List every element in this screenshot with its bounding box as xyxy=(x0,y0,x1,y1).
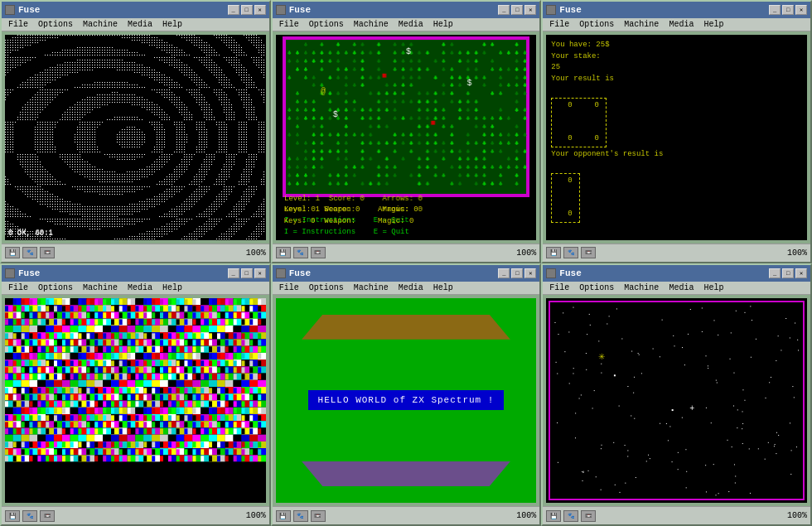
result-spacer-1 xyxy=(558,111,599,123)
close-btn-4[interactable]: ✕ xyxy=(254,268,266,278)
close-btn-1[interactable]: ✕ xyxy=(254,5,266,15)
maximize-btn-4[interactable]: □ xyxy=(241,268,253,278)
menu-machine-3[interactable]: Machine xyxy=(619,19,664,30)
app-icon-3 xyxy=(546,5,556,15)
menu-file-3[interactable]: File xyxy=(544,19,574,30)
window-controls-1: _ □ ✕ xyxy=(228,5,266,15)
window-controls-3: _ □ ✕ xyxy=(769,5,807,15)
menu-file-5[interactable]: File xyxy=(274,282,304,293)
status-icons-3: 💾 🐾 📼 xyxy=(546,247,596,258)
dashed-box-1: 0 0 0 0 xyxy=(551,98,607,147)
menu-bar-4: File Options Machine Media Help xyxy=(2,282,269,295)
menu-help-1[interactable]: Help xyxy=(157,19,187,30)
close-btn-5[interactable]: ✕ xyxy=(524,268,536,278)
status-bar-4: 💾 🐾 📼 100% xyxy=(2,506,269,524)
screen-5: HELLO WORLD of ZX Spectrum ! xyxy=(276,298,537,503)
close-btn-2[interactable]: ✕ xyxy=(524,5,536,15)
status-icons-1: 💾 🐾 📼 xyxy=(5,247,55,258)
app-icon-6 xyxy=(546,268,556,278)
text-output: You have: 25$ Your stake: 25 Your result… xyxy=(546,35,807,240)
menu-machine-4[interactable]: Machine xyxy=(78,282,123,293)
game-keys-line: Keys: 0 Weapon: Magic: 0 xyxy=(284,216,529,228)
status-icons-6: 💾 🐾 📼 xyxy=(546,510,596,522)
title-bar-4: Fuse _ □ ✕ xyxy=(2,265,269,282)
maximize-btn-1[interactable]: □ xyxy=(241,5,253,15)
menu-options-6[interactable]: Options xyxy=(574,282,619,293)
window-title-4: Fuse xyxy=(18,268,225,278)
icon-tape-2: 📼 xyxy=(311,247,326,258)
menu-machine-2[interactable]: Machine xyxy=(349,19,394,30)
maximize-btn-2[interactable]: □ xyxy=(511,5,523,15)
menu-options-4[interactable]: Options xyxy=(33,282,78,293)
title-bar-3: Fuse _ □ ✕ xyxy=(543,2,810,18)
title-bar-6: Fuse _ □ ✕ xyxy=(543,265,810,282)
screen-6 xyxy=(546,298,807,503)
screen-1: 0 OK, 60:1 xyxy=(5,35,266,240)
zoom-level-3: 100% xyxy=(787,249,807,258)
game-status-overlay: Level: 1 Score: 0 Arrows: 0 Keys: 0 Weap… xyxy=(284,205,529,239)
screen-3: You have: 25$ Your stake: 25 Your result… xyxy=(546,35,807,240)
trapezoid-top xyxy=(302,315,510,340)
menu-machine-6[interactable]: Machine xyxy=(619,282,664,293)
minimize-btn-4[interactable]: _ xyxy=(228,268,239,278)
menu-media-1[interactable]: Media xyxy=(123,19,157,30)
minimize-btn-2[interactable]: _ xyxy=(498,5,510,15)
menu-media-5[interactable]: Media xyxy=(394,282,428,293)
status-bar-6: 💾 🐾 📼 100% xyxy=(543,506,810,524)
menu-options-1[interactable]: Options xyxy=(33,19,78,30)
close-btn-6[interactable]: ✕ xyxy=(795,268,807,278)
opp-spacer xyxy=(558,186,572,198)
icon-tape-4: 📼 xyxy=(40,510,55,522)
zoom-level-6: 100% xyxy=(787,511,807,520)
menu-media-4[interactable]: Media xyxy=(123,282,157,293)
close-btn-3[interactable]: ✕ xyxy=(795,5,807,15)
menu-machine-1[interactable]: Machine xyxy=(78,19,123,30)
minimize-btn-5[interactable]: _ xyxy=(498,268,510,278)
menu-machine-5[interactable]: Machine xyxy=(349,282,394,293)
trapezoid-bottom xyxy=(302,461,510,486)
minimize-btn-3[interactable]: _ xyxy=(769,5,781,15)
icon-hdd-4: 💾 xyxy=(5,510,20,522)
maximize-btn-6[interactable]: □ xyxy=(782,268,794,278)
icon-tape: 📼 xyxy=(40,247,55,258)
icon-tape-6: 📼 xyxy=(581,510,596,522)
menu-bar-5: File Options Machine Media Help xyxy=(273,282,540,295)
menu-help-6[interactable]: Help xyxy=(698,282,728,293)
icon-tape-5: 📼 xyxy=(311,510,326,522)
menu-media-3[interactable]: Media xyxy=(664,19,698,30)
menu-file-2[interactable]: File xyxy=(274,19,304,30)
window-5: Fuse _ □ ✕ File Options Machine Media He… xyxy=(271,263,542,526)
opp-result-2 xyxy=(558,198,572,210)
window-1: Fuse _ □ ✕ File Options Machine Media He… xyxy=(0,0,271,263)
menu-options-5[interactable]: Options xyxy=(304,282,349,293)
icon-tape-3: 📼 xyxy=(581,247,596,258)
window-2: Fuse _ □ ✕ File Options Machine Media He… xyxy=(271,0,542,263)
menu-options-2[interactable]: Options xyxy=(304,19,349,30)
menu-file-4[interactable]: File xyxy=(3,282,33,293)
icon-paw-3: 🐾 xyxy=(563,247,578,258)
zoom-level-5: 100% xyxy=(516,511,536,520)
text-line-1: You have: 25$ xyxy=(551,40,802,51)
app-icon-4 xyxy=(5,268,15,278)
menu-file-6[interactable]: File xyxy=(544,282,574,293)
menu-bar-2: File Options Machine Media Help xyxy=(273,18,540,31)
menu-file-1[interactable]: File xyxy=(3,19,33,30)
menu-help-4[interactable]: Help xyxy=(157,282,187,293)
opp-result-1: 0 xyxy=(558,176,572,187)
app-icon-2 xyxy=(276,5,286,15)
screen1-status: 0 OK, 60:1 xyxy=(8,229,53,237)
menu-help-2[interactable]: Help xyxy=(428,19,458,30)
zoom-level-4: 100% xyxy=(246,511,266,520)
menu-media-2[interactable]: Media xyxy=(394,19,428,30)
icon-hdd: 💾 xyxy=(5,247,20,258)
window-3: Fuse _ □ ✕ File Options Machine Media He… xyxy=(541,0,812,263)
minimize-btn-1[interactable]: _ xyxy=(228,5,239,15)
dashed-box-2: 0 0 xyxy=(551,173,579,223)
minimize-btn-6[interactable]: _ xyxy=(769,268,781,278)
maximize-btn-3[interactable]: □ xyxy=(782,5,794,15)
menu-help-3[interactable]: Help xyxy=(698,19,728,30)
menu-media-6[interactable]: Media xyxy=(664,282,698,293)
maximize-btn-5[interactable]: □ xyxy=(511,268,523,278)
menu-options-3[interactable]: Options xyxy=(574,19,619,30)
menu-help-5[interactable]: Help xyxy=(428,282,458,293)
